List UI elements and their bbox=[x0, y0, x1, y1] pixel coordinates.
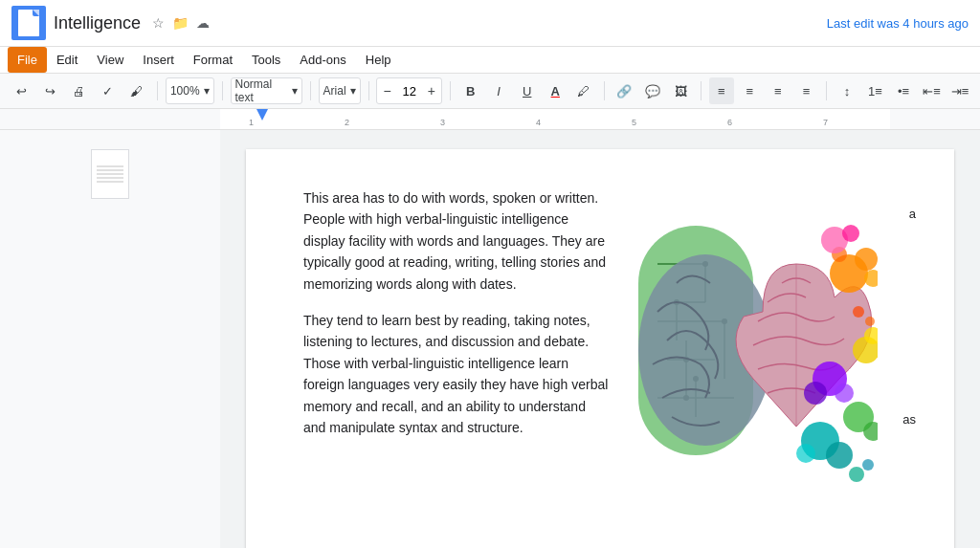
text-color-button[interactable]: A bbox=[543, 77, 568, 104]
ruler-mark-4: 4 bbox=[536, 118, 541, 127]
underline-button[interactable]: U bbox=[515, 77, 540, 104]
align-left-button[interactable]: ≡ bbox=[709, 77, 734, 104]
svg-point-38 bbox=[862, 459, 874, 471]
svg-point-28 bbox=[796, 444, 815, 463]
page-thumb-lines bbox=[97, 165, 123, 183]
paragraph-2: They tend to learn best by reading, taki… bbox=[303, 310, 610, 438]
divider-1 bbox=[157, 81, 158, 100]
main-area: This area has to do with words, spoken o… bbox=[0, 130, 980, 548]
divider-6 bbox=[604, 81, 605, 100]
ruler-mark-6: 6 bbox=[727, 118, 732, 127]
divider-7 bbox=[701, 81, 702, 100]
bold-button[interactable]: B bbox=[458, 77, 483, 104]
tab-marker bbox=[256, 109, 268, 121]
menu-file[interactable]: File bbox=[8, 47, 47, 73]
divider-2 bbox=[222, 81, 223, 100]
italic-button[interactable]: I bbox=[486, 77, 511, 104]
content-wrapper: This area has to do with words, spoken o… bbox=[303, 187, 897, 484]
svg-point-24 bbox=[804, 382, 827, 405]
ruler: 1 2 3 4 5 6 7 bbox=[0, 109, 980, 130]
ruler-mark-7: 7 bbox=[823, 118, 828, 127]
menu-edit[interactable]: Edit bbox=[47, 47, 87, 73]
page-thumbnail bbox=[91, 149, 129, 199]
zoom-chevron: ▾ bbox=[204, 84, 210, 98]
thumb-line bbox=[97, 181, 123, 183]
svg-point-27 bbox=[826, 442, 853, 469]
document-title[interactable]: Intelligence bbox=[54, 13, 141, 33]
style-value: Normal text bbox=[235, 77, 288, 104]
line-spacing-button[interactable]: ↕ bbox=[835, 77, 859, 104]
numbered-list-button[interactable]: 1≡ bbox=[863, 77, 888, 104]
title-icons: ☆ 📁 ☁ bbox=[152, 15, 210, 31]
svg-point-36 bbox=[865, 317, 875, 326]
brain-illustration bbox=[629, 187, 878, 484]
ruler-mark-5: 5 bbox=[632, 118, 636, 127]
image-button[interactable]: 🖼 bbox=[669, 77, 694, 104]
style-selector[interactable]: Normal text ▾ bbox=[231, 77, 302, 104]
indent-decrease-button[interactable]: ⇤≡ bbox=[920, 77, 945, 104]
font-size-increase[interactable]: + bbox=[422, 77, 441, 104]
title-bar: Intelligence ☆ 📁 ☁ Last edit was 4 hours… bbox=[0, 0, 980, 47]
comment-button[interactable]: 💬 bbox=[640, 77, 665, 104]
ruler-inner: 1 2 3 4 5 6 7 bbox=[220, 109, 890, 129]
zoom-value: 100% bbox=[170, 84, 200, 98]
indent-increase-button[interactable]: ⇥≡ bbox=[947, 77, 972, 104]
sidebar-left bbox=[0, 130, 220, 548]
redo-button[interactable]: ↪ bbox=[36, 77, 63, 104]
menu-bar: File Edit View Insert Format Tools Add-o… bbox=[0, 47, 980, 74]
menu-format[interactable]: Format bbox=[184, 47, 242, 73]
justify-button[interactable]: ≡ bbox=[794, 77, 819, 104]
side-letter-a: a bbox=[909, 207, 916, 221]
thumb-line bbox=[97, 165, 123, 167]
brain-image: a as bbox=[629, 187, 897, 484]
document-area: This area has to do with words, spoken o… bbox=[220, 130, 980, 548]
thumb-line bbox=[97, 177, 123, 179]
toolbar: ↩ ↪ 🖨 ✓ 🖌 100% ▾ Normal text ▾ Arial ▾ −… bbox=[0, 74, 980, 109]
side-letter-as: as bbox=[902, 412, 916, 427]
font-size-value: 12 bbox=[396, 84, 421, 99]
print-button[interactable]: 🖨 bbox=[65, 77, 92, 104]
divider-8 bbox=[826, 81, 827, 100]
svg-point-37 bbox=[849, 467, 864, 482]
bullet-list-button[interactable]: •≡ bbox=[891, 77, 916, 104]
ruler-mark-1: 1 bbox=[249, 118, 254, 127]
menu-view[interactable]: View bbox=[87, 47, 133, 73]
paragraph-1: This area has to do with words, spoken o… bbox=[303, 187, 610, 295]
divider-4 bbox=[368, 81, 369, 100]
align-right-button[interactable]: ≡ bbox=[766, 77, 791, 104]
font-size-control[interactable]: − 12 + bbox=[376, 77, 441, 104]
highlight-button[interactable]: 🖊 bbox=[571, 77, 596, 104]
zoom-selector[interactable]: 100% ▾ bbox=[166, 77, 214, 104]
font-size-decrease[interactable]: − bbox=[377, 77, 396, 104]
google-docs-icon bbox=[11, 6, 46, 40]
menu-tools[interactable]: Tools bbox=[242, 47, 290, 73]
text-content: This area has to do with words, spoken o… bbox=[303, 187, 610, 453]
style-chevron: ▾ bbox=[292, 84, 298, 98]
font-value: Arial bbox=[323, 84, 346, 98]
align-center-button[interactable]: ≡ bbox=[738, 77, 763, 104]
ruler-mark-2: 2 bbox=[345, 118, 349, 127]
menu-insert[interactable]: Insert bbox=[133, 47, 184, 73]
paint-format-button[interactable]: 🖌 bbox=[122, 77, 149, 104]
cloud-icon[interactable]: ☁ bbox=[196, 15, 210, 31]
brain-svg-area: a as bbox=[629, 187, 897, 484]
link-button[interactable]: 🔗 bbox=[612, 77, 636, 104]
thumb-line bbox=[97, 169, 123, 171]
last-edit-status: Last edit was 4 hours ago bbox=[827, 16, 969, 31]
svg-point-20 bbox=[855, 248, 878, 271]
ruler-mark-3: 3 bbox=[440, 118, 445, 127]
divider-5 bbox=[450, 81, 451, 100]
undo-button[interactable]: ↩ bbox=[8, 77, 34, 104]
menu-addons[interactable]: Add-ons bbox=[290, 47, 355, 73]
spell-check-button[interactable]: ✓ bbox=[94, 77, 121, 104]
thumb-line bbox=[97, 173, 123, 175]
star-icon[interactable]: ☆ bbox=[152, 15, 165, 31]
font-selector[interactable]: Arial ▾ bbox=[319, 77, 361, 104]
svg-point-34 bbox=[842, 225, 859, 242]
divider-3 bbox=[310, 81, 311, 100]
undo-redo-group: ↩ ↪ 🖨 ✓ 🖌 bbox=[8, 77, 149, 104]
svg-point-35 bbox=[853, 306, 864, 318]
folder-icon[interactable]: 📁 bbox=[172, 15, 189, 31]
menu-help[interactable]: Help bbox=[356, 47, 401, 73]
document-page: This area has to do with words, spoken o… bbox=[246, 149, 954, 548]
